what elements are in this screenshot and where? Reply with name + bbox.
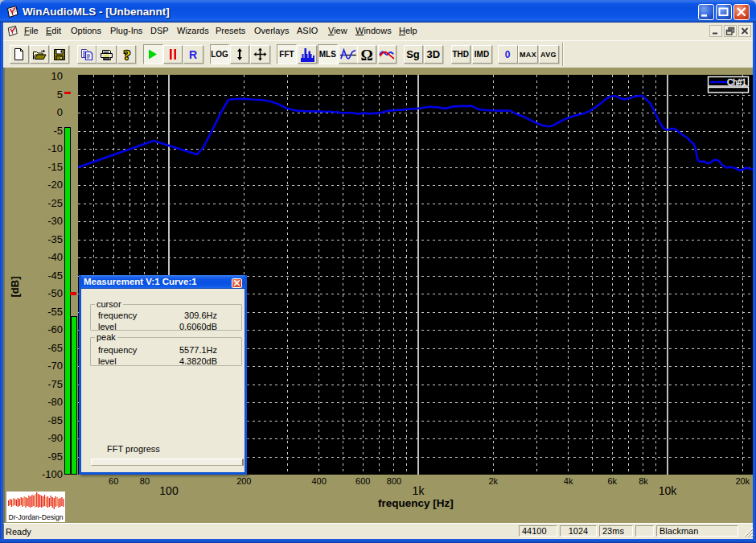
svg-text:?: ? <box>123 47 130 62</box>
svg-text:Ch#1: Ch#1 <box>727 77 746 87</box>
svg-text:R: R <box>189 49 197 60</box>
svg-text:Ω: Ω <box>360 47 372 62</box>
